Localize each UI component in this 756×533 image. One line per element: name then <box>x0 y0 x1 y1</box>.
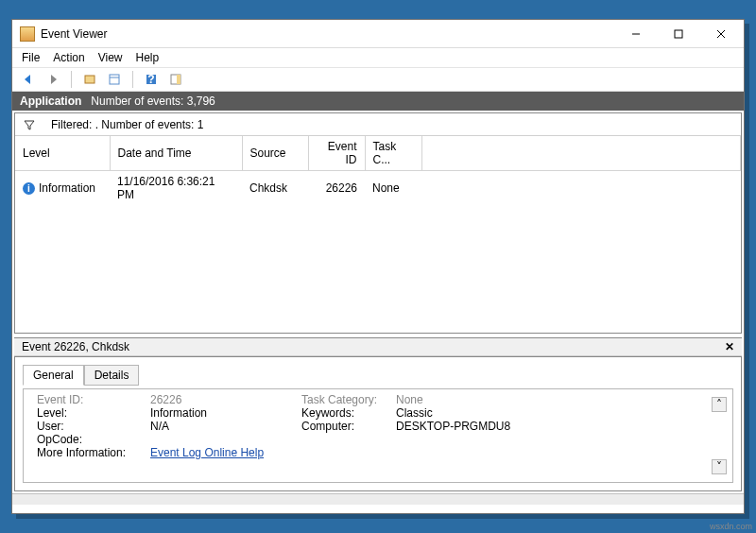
forward-button[interactable] <box>43 69 63 90</box>
detail-pane: General Details Event ID: 26226 Task Cat… <box>14 356 742 491</box>
cell-source: Chkdsk <box>242 171 308 206</box>
titlebar[interactable]: Event Viewer <box>12 20 744 48</box>
menu-help[interactable]: Help <box>136 51 160 64</box>
log-name: Application <box>20 95 81 108</box>
help-button[interactable]: ? <box>141 69 162 90</box>
svg-rect-1 <box>675 30 682 38</box>
svg-rect-5 <box>110 75 119 84</box>
cell-level: Information <box>39 181 95 195</box>
svg-rect-4 <box>85 76 94 83</box>
cell-eventid: 26226 <box>308 171 365 206</box>
tab-details[interactable]: Details <box>84 365 140 386</box>
event-list[interactable]: Level Date and Time Source Event ID Task… <box>15 136 741 333</box>
col-datetime[interactable]: Date and Time <box>110 136 242 171</box>
status-bar: Application Number of events: 3,796 <box>12 92 744 111</box>
value-user: N/A <box>150 420 301 433</box>
detail-title: Event 26226, Chkdsk <box>22 340 129 353</box>
event-viewer-window: Event Viewer File Action View Help ? App… <box>11 19 745 514</box>
detail-close-icon[interactable]: ✕ <box>725 340 734 353</box>
svg-text:?: ? <box>147 73 154 86</box>
label-user: User: <box>37 420 150 433</box>
information-icon: i <box>23 182 35 195</box>
svg-rect-10 <box>177 75 180 84</box>
back-button[interactable] <box>18 69 39 90</box>
label-eventid: Event ID: <box>37 393 150 406</box>
filter-text: Filtered: . Number of events: 1 <box>51 118 203 131</box>
app-icon <box>20 26 35 42</box>
menu-file[interactable]: File <box>22 51 40 64</box>
menu-action[interactable]: Action <box>53 51 84 64</box>
event-log-online-help-link[interactable]: Event Log Online Help <box>150 446 301 459</box>
label-keywords: Keywords: <box>301 406 396 420</box>
filter-bar: Filtered: . Number of events: 1 <box>15 113 741 136</box>
watermark: wsxdn.com <box>710 522 752 531</box>
window-title: Event Viewer <box>41 27 614 41</box>
col-source[interactable]: Source <box>242 136 308 171</box>
action-pane-button[interactable] <box>165 69 186 90</box>
cell-taskc: None <box>365 171 421 206</box>
col-level[interactable]: Level <box>15 136 110 171</box>
filter-icon <box>23 118 36 131</box>
minimize-button[interactable] <box>614 21 657 47</box>
col-eventid[interactable]: Event ID <box>308 136 365 171</box>
close-button[interactable] <box>699 21 742 47</box>
table-row[interactable]: iInformation 11/16/2016 6:36:21 PM Chkds… <box>15 171 741 206</box>
properties-button[interactable] <box>104 69 125 90</box>
value-keywords: Classic <box>396 406 719 420</box>
label-computer: Computer: <box>301 420 396 433</box>
list-content: Filtered: . Number of events: 1 Level Da… <box>14 112 742 334</box>
show-tree-button[interactable] <box>79 69 100 90</box>
label-level: Level: <box>37 406 150 420</box>
scroll-down-button[interactable]: ˅ <box>712 459 727 474</box>
label-opcode: OpCode: <box>37 433 150 446</box>
menu-view[interactable]: View <box>98 51 123 64</box>
col-taskc[interactable]: Task C... <box>365 136 421 171</box>
tab-body: Event ID: 26226 Task Category: None Leve… <box>23 388 733 483</box>
toolbar: ? <box>12 67 744 92</box>
label-moreinfo: More Information: <box>37 446 150 459</box>
value-computer: DESKTOP-PRGMDU8 <box>396 420 719 433</box>
detail-header: Event 26226, Chkdsk ✕ <box>14 337 742 356</box>
value-eventid: 26226 <box>150 393 301 406</box>
event-count: Number of events: 3,796 <box>91 95 215 108</box>
maximize-button[interactable] <box>657 21 699 47</box>
menubar: File Action View Help <box>12 48 744 67</box>
tab-general[interactable]: General <box>23 365 84 386</box>
cell-datetime: 11/16/2016 6:36:21 PM <box>110 171 242 206</box>
label-taskcat: Task Category: <box>301 393 396 406</box>
scroll-up-button[interactable]: ˄ <box>712 397 727 412</box>
value-opcode <box>150 433 301 446</box>
window-footer <box>12 493 744 505</box>
value-taskcat: None <box>396 393 719 406</box>
value-level: Information <box>150 406 301 420</box>
